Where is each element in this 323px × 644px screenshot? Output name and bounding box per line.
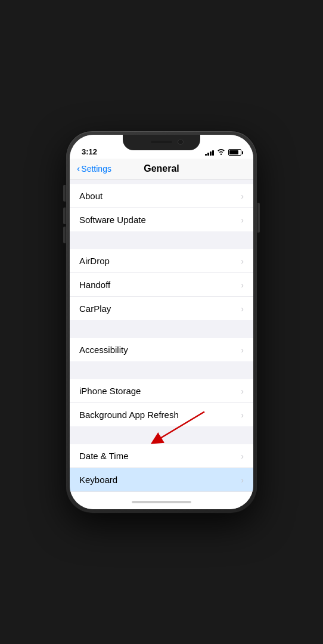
- phone-screen: 3:12: [70, 135, 253, 509]
- settings-content: About › Software Update › AirDrop ›: [70, 179, 253, 495]
- airdrop-chevron-icon: ›: [241, 256, 244, 266]
- gap-1: [70, 231, 253, 249]
- keyboard-label: Keyboard: [79, 475, 117, 485]
- accessibility-chevron-icon: ›: [241, 345, 244, 355]
- camera: [178, 139, 184, 145]
- notch: [123, 135, 200, 150]
- back-button[interactable]: ‹ Settings: [77, 163, 111, 174]
- section-2: AirDrop › Handoff › CarPlay ›: [70, 249, 253, 320]
- about-item[interactable]: About ›: [70, 184, 253, 208]
- date-time-chevron-icon: ›: [241, 451, 244, 461]
- back-label: Settings: [81, 164, 111, 174]
- software-update-label: Software Update: [79, 215, 146, 225]
- gap-3: [70, 361, 253, 379]
- home-indicator: [70, 495, 253, 509]
- handoff-chevron-icon: ›: [241, 280, 244, 290]
- content-wrapper: About › Software Update › AirDrop ›: [70, 179, 253, 495]
- gap-4: [70, 426, 253, 444]
- carplay-item[interactable]: CarPlay ›: [70, 297, 253, 320]
- carplay-label: CarPlay: [79, 304, 111, 314]
- airdrop-label: AirDrop: [79, 256, 110, 266]
- speaker: [151, 141, 172, 143]
- section-5: Date & Time › Keyboard › Language & Regi…: [70, 444, 253, 495]
- gap-2: [70, 320, 253, 338]
- iphone-storage-label: iPhone Storage: [79, 386, 141, 396]
- accessibility-label: Accessibility: [79, 345, 128, 355]
- phone-device: 3:12: [66, 131, 257, 513]
- background-app-refresh-item[interactable]: Background App Refresh ›: [70, 403, 253, 426]
- background-app-refresh-label: Background App Refresh: [79, 410, 179, 420]
- keyboard-chevron-icon: ›: [241, 475, 244, 485]
- date-time-item[interactable]: Date & Time ›: [70, 444, 253, 468]
- handoff-item[interactable]: Handoff ›: [70, 273, 253, 297]
- about-label: About: [79, 191, 103, 201]
- battery-icon: [228, 149, 241, 156]
- date-time-label: Date & Time: [79, 451, 129, 461]
- status-time: 3:12: [82, 147, 97, 156]
- software-update-chevron-icon: ›: [241, 215, 244, 225]
- navigation-bar: ‹ Settings General: [70, 159, 253, 179]
- top-gap: [70, 179, 253, 184]
- airdrop-item[interactable]: AirDrop ›: [70, 249, 253, 273]
- back-chevron-icon: ‹: [77, 163, 80, 174]
- signal-icon: [205, 150, 214, 156]
- section-4: iPhone Storage › Background App Refresh …: [70, 379, 253, 426]
- background-app-refresh-chevron-icon: ›: [241, 410, 244, 420]
- iphone-storage-item[interactable]: iPhone Storage ›: [70, 379, 253, 403]
- status-icons: [205, 148, 241, 156]
- language-region-item[interactable]: Language & Region ›: [70, 492, 253, 495]
- section-3: Accessibility ›: [70, 338, 253, 361]
- accessibility-item[interactable]: Accessibility ›: [70, 338, 253, 361]
- software-update-item[interactable]: Software Update ›: [70, 208, 253, 231]
- handoff-label: Handoff: [79, 280, 110, 290]
- keyboard-item[interactable]: Keyboard ›: [70, 468, 253, 492]
- section-1: About › Software Update ›: [70, 184, 253, 231]
- page-title: General: [144, 163, 179, 174]
- home-bar: [132, 501, 191, 503]
- wifi-icon: [217, 148, 225, 156]
- about-chevron-icon: ›: [241, 191, 244, 201]
- iphone-storage-chevron-icon: ›: [241, 386, 244, 396]
- carplay-chevron-icon: ›: [241, 304, 244, 314]
